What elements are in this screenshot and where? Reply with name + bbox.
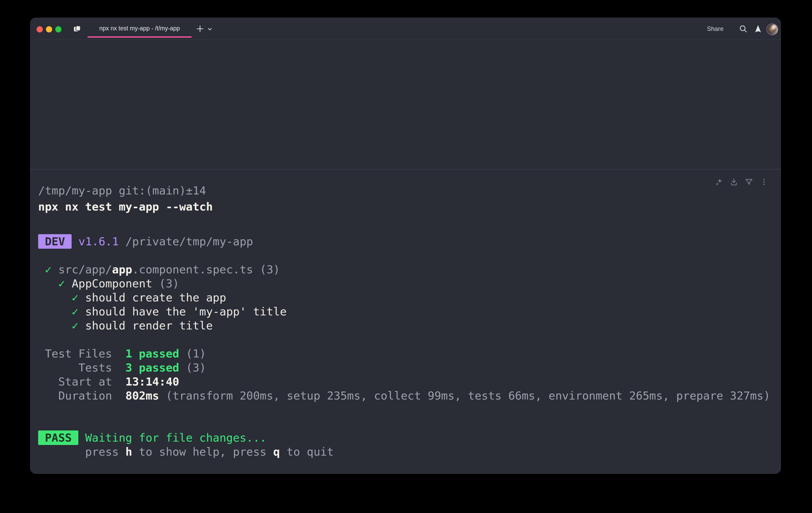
terminal-text-segment: .component.spec.ts <box>132 263 253 276</box>
terminal-text-segment: Tests <box>38 361 125 374</box>
maximize-button[interactable] <box>55 26 61 32</box>
terminal-line <box>38 332 770 347</box>
terminal-line: press h to show help, press q to quit <box>38 445 770 459</box>
download-icon[interactable] <box>729 177 739 187</box>
terminal-line: PASS Waiting for file changes... <box>38 431 770 445</box>
terminal-text-segment: to show help, press <box>132 445 273 458</box>
terminal-text-segment: ✓ <box>45 263 58 276</box>
terminal-line: ✓ src/app/app.component.spec.ts (3) <box>38 263 770 276</box>
terminal-text-segment: to quit <box>280 445 334 458</box>
terminal-text-segment: (3) <box>253 263 280 276</box>
search-icon[interactable] <box>737 23 749 34</box>
terminal-text-segment: (transform 200ms, setup 235ms, collect 9… <box>159 389 770 402</box>
terminal-text-segment <box>38 263 45 276</box>
command-block: /tmp/my-app git:(main)±14 npx nx test my… <box>30 169 781 459</box>
terminal-line: ✓ should create the app <box>38 291 770 304</box>
terminal-text-segment: ✓ <box>58 277 72 290</box>
chevron-down-icon[interactable] <box>206 26 214 32</box>
terminal-text-segment: should have the 'my-app' title <box>85 305 287 318</box>
dev-badge: DEV <box>38 234 71 249</box>
terminal-text-segment: (1) <box>179 347 206 360</box>
terminal-line <box>38 417 770 431</box>
terminal-text-segment: press <box>38 445 125 458</box>
terminal-text-segment: Duration <box>38 389 125 402</box>
terminal-text-segment: v1.6.1 <box>78 235 119 248</box>
terminal-line <box>38 248 770 263</box>
tab-title: npx nx test my-app - /t/my-app <box>87 18 192 39</box>
more-options-icon[interactable] <box>759 177 769 187</box>
terminal-text-segment: Start at <box>38 375 125 388</box>
warp-ai-icon[interactable] <box>752 23 764 34</box>
terminal-output: DEV v1.6.1 /private/tmp/my-app ✓ src/app… <box>38 220 770 459</box>
sparkles-icon[interactable] <box>714 177 724 187</box>
terminal-line: Tests 3 passed (3) <box>38 360 770 375</box>
terminal-text-segment: ✓ <box>71 305 85 318</box>
panes-icon[interactable] <box>72 24 82 34</box>
terminal-text-segment: /private/tmp/my-app <box>125 235 253 248</box>
terminal-text-segment: h <box>125 445 132 458</box>
terminal-line: ✓ should have the 'my-app' title <box>38 304 770 319</box>
shell-prompt: /tmp/my-app git:(main)±14 <box>38 184 770 197</box>
terminal-text-segment <box>38 305 71 318</box>
command-text: npx nx test my-app --watch <box>38 200 770 214</box>
terminal-text-segment: app <box>112 263 132 276</box>
terminal-text-segment: should render title <box>85 319 213 332</box>
terminal-text-segment <box>119 235 125 248</box>
terminal-line: ✓ AppComponent (3) <box>38 276 770 291</box>
terminal-text-segment <box>38 291 71 304</box>
minimize-button[interactable] <box>46 26 52 32</box>
terminal-line <box>38 403 770 417</box>
terminal-line: Start at 13:14:40 <box>38 375 770 389</box>
terminal-text-segment: 1 passed <box>125 347 179 360</box>
terminal-text-segment: 3 passed <box>125 361 179 374</box>
terminal-text-segment <box>38 277 58 290</box>
pass-badge: PASS <box>38 430 78 445</box>
terminal-line: Test Files 1 passed (1) <box>38 347 770 360</box>
terminal-text-segment: Waiting for file changes... <box>85 431 266 444</box>
new-tab-button[interactable] <box>195 24 205 34</box>
block-toolbar <box>714 177 769 187</box>
terminal-line: DEV v1.6.1 /private/tmp/my-app <box>38 235 770 248</box>
terminal-line <box>38 220 770 235</box>
terminal-text-segment: AppComponent <box>71 277 152 290</box>
terminal-line: ✓ should render title <box>38 319 770 332</box>
terminal-text-segment: should create the app <box>85 291 226 304</box>
share-button[interactable]: Share <box>704 18 727 39</box>
terminal-text-segment: q <box>273 445 280 458</box>
terminal-text-segment: Test Files <box>38 347 125 360</box>
terminal-text-segment: ✓ <box>71 291 85 304</box>
terminal-text-segment: (3) <box>152 277 179 290</box>
terminal-text-segment: 802ms <box>125 389 159 402</box>
terminal-text-segment: 13:14:40 <box>125 375 179 388</box>
terminal-line: Duration 802ms (transform 200ms, setup 2… <box>38 389 770 403</box>
terminal-text-segment: src/app/ <box>58 263 112 276</box>
active-tab-underline <box>87 36 192 38</box>
window-topbar: npx nx test my-app - /t/my-app Share <box>30 18 781 40</box>
terminal-text-segment <box>38 319 71 332</box>
tab-active[interactable]: npx nx test my-app - /t/my-app <box>87 18 192 39</box>
close-button[interactable] <box>36 26 43 32</box>
avatar[interactable] <box>766 23 778 35</box>
terminal-text-segment: (3) <box>179 361 206 374</box>
terminal-text-segment <box>78 431 85 444</box>
filter-icon[interactable] <box>744 177 754 187</box>
terminal-scrollback <box>30 40 781 169</box>
terminal-window: npx nx test my-app - /t/my-app Share <box>30 18 781 474</box>
terminal-text-segment: ✓ <box>71 319 85 332</box>
terminal-text-segment <box>71 235 78 248</box>
